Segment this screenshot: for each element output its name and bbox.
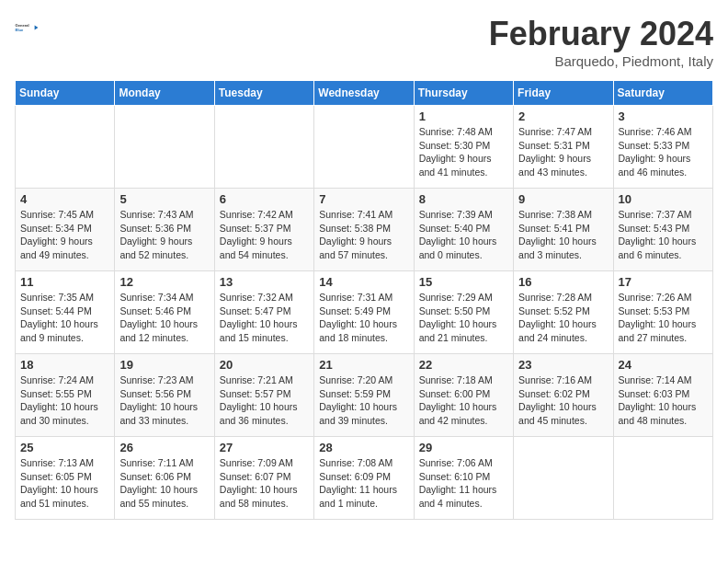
day-number: 23 [518, 358, 608, 372]
day-number: 17 [619, 275, 708, 289]
day-info: Sunrise: 7:13 AM Sunset: 6:05 PM Dayligh… [20, 456, 109, 511]
calendar-cell: 26Sunrise: 7:11 AM Sunset: 6:06 PM Dayli… [115, 437, 214, 520]
day-info: Sunrise: 7:20 AM Sunset: 5:59 PM Dayligh… [319, 373, 408, 428]
header: GeneralBlue February 2024 Barquedo, Pied… [15, 15, 713, 69]
day-number: 21 [319, 358, 408, 372]
calendar-cell [16, 106, 115, 189]
day-number: 9 [518, 192, 608, 206]
day-number: 20 [220, 358, 309, 372]
day-number: 25 [20, 441, 109, 454]
svg-text:Blue: Blue [16, 28, 25, 32]
calendar-week-row: 11Sunrise: 7:35 AM Sunset: 5:44 PM Dayli… [16, 271, 713, 354]
calendar-cell: 24Sunrise: 7:14 AM Sunset: 6:03 PM Dayli… [613, 354, 712, 437]
calendar-cell: 21Sunrise: 7:20 AM Sunset: 5:59 PM Dayli… [314, 354, 414, 437]
calendar-cell: 29Sunrise: 7:06 AM Sunset: 6:10 PM Dayli… [414, 437, 513, 520]
day-number: 22 [419, 358, 508, 372]
day-info: Sunrise: 7:34 AM Sunset: 5:46 PM Dayligh… [119, 291, 209, 345]
day-info: Sunrise: 7:14 AM Sunset: 6:03 PM Dayligh… [619, 373, 708, 428]
day-info: Sunrise: 7:32 AM Sunset: 5:47 PM Dayligh… [220, 291, 309, 345]
calendar-cell [613, 437, 712, 520]
calendar-cell: 27Sunrise: 7:09 AM Sunset: 6:07 PM Dayli… [214, 437, 313, 520]
day-number: 27 [220, 441, 309, 454]
calendar-cell: 22Sunrise: 7:18 AM Sunset: 6:00 PM Dayli… [414, 354, 513, 437]
title-area: February 2024 Barquedo, Piedmont, Italy [489, 15, 713, 69]
day-number: 3 [619, 109, 708, 123]
calendar-cell: 25Sunrise: 7:13 AM Sunset: 6:05 PM Dayli… [16, 437, 115, 520]
day-number: 28 [319, 441, 408, 454]
day-number: 12 [119, 275, 209, 289]
logo-icon: GeneralBlue [15, 15, 40, 40]
day-info: Sunrise: 7:16 AM Sunset: 6:02 PM Dayligh… [518, 373, 608, 428]
calendar-cell: 8Sunrise: 7:39 AM Sunset: 5:40 PM Daylig… [414, 189, 513, 271]
day-number: 26 [119, 441, 209, 454]
day-header-tuesday: Tuesday [214, 81, 313, 106]
calendar-cell: 7Sunrise: 7:41 AM Sunset: 5:38 PM Daylig… [314, 189, 414, 271]
day-info: Sunrise: 7:37 AM Sunset: 5:43 PM Dayligh… [619, 208, 708, 262]
day-header-thursday: Thursday [414, 81, 513, 106]
day-number: 1 [419, 109, 508, 123]
calendar-cell: 3Sunrise: 7:46 AM Sunset: 5:33 PM Daylig… [613, 106, 712, 189]
day-header-sunday: Sunday [16, 81, 115, 106]
day-number: 8 [419, 192, 508, 206]
day-info: Sunrise: 7:29 AM Sunset: 5:50 PM Dayligh… [419, 291, 508, 345]
day-info: Sunrise: 7:18 AM Sunset: 6:00 PM Dayligh… [419, 373, 508, 428]
day-number: 15 [419, 275, 508, 289]
day-info: Sunrise: 7:41 AM Sunset: 5:38 PM Dayligh… [319, 208, 408, 262]
calendar-cell: 11Sunrise: 7:35 AM Sunset: 5:44 PM Dayli… [16, 271, 115, 354]
day-info: Sunrise: 7:43 AM Sunset: 5:36 PM Dayligh… [119, 208, 209, 262]
day-header-monday: Monday [115, 81, 214, 106]
calendar-cell: 20Sunrise: 7:21 AM Sunset: 5:57 PM Dayli… [214, 354, 313, 437]
day-info: Sunrise: 7:35 AM Sunset: 5:44 PM Dayligh… [20, 291, 109, 345]
day-info: Sunrise: 7:23 AM Sunset: 5:56 PM Dayligh… [119, 373, 209, 428]
calendar-cell: 13Sunrise: 7:32 AM Sunset: 5:47 PM Dayli… [214, 271, 313, 354]
day-info: Sunrise: 7:38 AM Sunset: 5:41 PM Dayligh… [518, 208, 608, 262]
day-number: 24 [619, 358, 708, 372]
day-info: Sunrise: 7:28 AM Sunset: 5:52 PM Dayligh… [518, 291, 608, 345]
day-info: Sunrise: 7:42 AM Sunset: 5:37 PM Dayligh… [220, 208, 309, 262]
day-number: 16 [518, 275, 608, 289]
calendar-cell [314, 106, 414, 189]
day-number: 11 [20, 275, 109, 289]
logo: GeneralBlue [15, 15, 40, 40]
calendar-cell: 17Sunrise: 7:26 AM Sunset: 5:53 PM Dayli… [613, 271, 712, 354]
day-number: 6 [220, 192, 309, 206]
day-info: Sunrise: 7:47 AM Sunset: 5:31 PM Dayligh… [518, 125, 608, 179]
day-info: Sunrise: 7:31 AM Sunset: 5:49 PM Dayligh… [319, 291, 408, 345]
day-number: 10 [619, 192, 708, 206]
day-number: 4 [20, 192, 109, 206]
day-info: Sunrise: 7:45 AM Sunset: 5:34 PM Dayligh… [20, 208, 109, 262]
calendar-cell: 6Sunrise: 7:42 AM Sunset: 5:37 PM Daylig… [214, 189, 313, 271]
calendar-cell: 1Sunrise: 7:48 AM Sunset: 5:30 PM Daylig… [414, 106, 513, 189]
day-header-saturday: Saturday [613, 81, 712, 106]
calendar-cell: 19Sunrise: 7:23 AM Sunset: 5:56 PM Dayli… [115, 354, 214, 437]
calendar-cell: 18Sunrise: 7:24 AM Sunset: 5:55 PM Dayli… [16, 354, 115, 437]
day-number: 5 [119, 192, 209, 206]
day-header-wednesday: Wednesday [314, 81, 414, 106]
day-info: Sunrise: 7:11 AM Sunset: 6:06 PM Dayligh… [119, 456, 209, 511]
day-info: Sunrise: 7:09 AM Sunset: 6:07 PM Dayligh… [220, 456, 309, 511]
calendar-cell: 9Sunrise: 7:38 AM Sunset: 5:41 PM Daylig… [514, 189, 613, 271]
calendar-week-row: 18Sunrise: 7:24 AM Sunset: 5:55 PM Dayli… [16, 354, 713, 437]
day-number: 29 [419, 441, 508, 454]
day-info: Sunrise: 7:46 AM Sunset: 5:33 PM Dayligh… [619, 125, 708, 179]
svg-marker-2 [35, 25, 39, 29]
month-title: February 2024 [489, 15, 713, 53]
day-header-friday: Friday [514, 81, 613, 106]
day-number: 13 [220, 275, 309, 289]
calendar-header-row: SundayMondayTuesdayWednesdayThursdayFrid… [16, 81, 713, 106]
day-number: 14 [319, 275, 408, 289]
calendar-cell: 14Sunrise: 7:31 AM Sunset: 5:49 PM Dayli… [314, 271, 414, 354]
calendar-week-row: 25Sunrise: 7:13 AM Sunset: 6:05 PM Dayli… [16, 437, 713, 520]
calendar-cell [115, 106, 214, 189]
day-info: Sunrise: 7:08 AM Sunset: 6:09 PM Dayligh… [319, 456, 408, 511]
calendar-week-row: 4Sunrise: 7:45 AM Sunset: 5:34 PM Daylig… [16, 189, 713, 271]
calendar-cell: 12Sunrise: 7:34 AM Sunset: 5:46 PM Dayli… [115, 271, 214, 354]
calendar-cell: 16Sunrise: 7:28 AM Sunset: 5:52 PM Dayli… [514, 271, 613, 354]
location-subtitle: Barquedo, Piedmont, Italy [489, 53, 713, 69]
day-info: Sunrise: 7:21 AM Sunset: 5:57 PM Dayligh… [220, 373, 309, 428]
svg-text:General: General [16, 23, 29, 28]
day-info: Sunrise: 7:24 AM Sunset: 5:55 PM Dayligh… [20, 373, 109, 428]
day-number: 18 [20, 358, 109, 372]
calendar-cell: 2Sunrise: 7:47 AM Sunset: 5:31 PM Daylig… [514, 106, 613, 189]
calendar-cell: 5Sunrise: 7:43 AM Sunset: 5:36 PM Daylig… [115, 189, 214, 271]
